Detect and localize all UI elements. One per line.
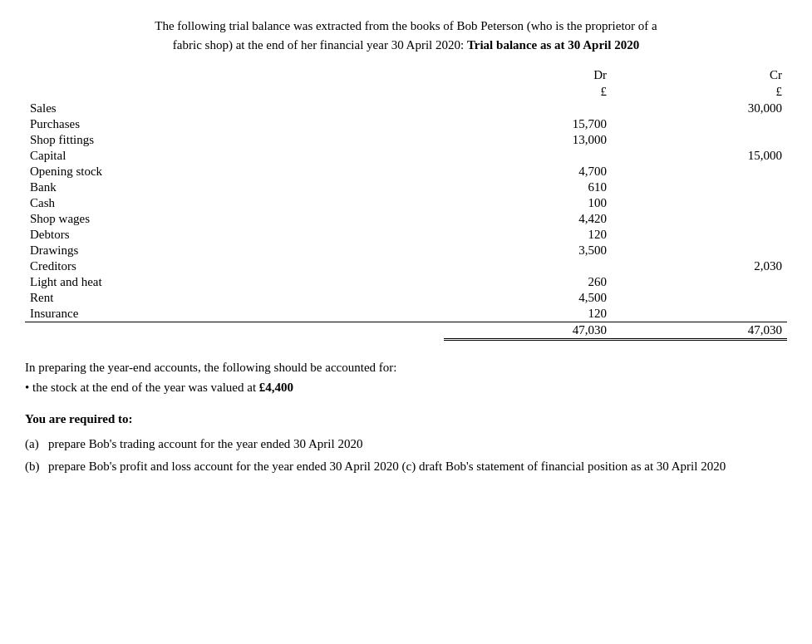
row-dr: 610: [444, 179, 612, 195]
row-label: Drawings: [25, 243, 444, 258]
row-dr: 120: [444, 306, 612, 322]
row-cr: [612, 227, 787, 243]
intro-line1: The following trial balance was extracte…: [155, 19, 657, 32]
row-cr: [612, 290, 787, 306]
row-dr: [444, 258, 612, 274]
table-row: Light and heat260: [25, 274, 787, 290]
row-cr: [612, 164, 787, 179]
req-item-label: (a): [25, 434, 42, 455]
row-dr: 15,700: [444, 116, 612, 132]
row-label: Cash: [25, 195, 444, 211]
row-cr: 30,000: [612, 101, 787, 116]
table-row: Capital15,000: [25, 148, 787, 164]
row-dr: 3,500: [444, 243, 612, 258]
row-label: Creditors: [25, 258, 444, 274]
row-cr: 15,000: [612, 148, 787, 164]
requirements-title: You are required to:: [25, 409, 787, 430]
row-label: Shop fittings: [25, 132, 444, 148]
row-dr: 120: [444, 227, 612, 243]
label-header: [25, 67, 444, 84]
requirements-section: You are required to: (a)prepare Bob's tr…: [25, 409, 787, 478]
row-cr: [612, 179, 787, 195]
row-dr: 4,420: [444, 211, 612, 227]
requirement-item: (b)prepare Bob's profit and loss account…: [25, 456, 787, 478]
row-label: Sales: [25, 101, 444, 116]
notes-section: In preparing the year-end accounts, the …: [25, 357, 787, 397]
table-row: Debtors120: [25, 227, 787, 243]
row-label: Shop wages: [25, 211, 444, 227]
table-row: Bank610: [25, 179, 787, 195]
table-row: Creditors2,030: [25, 258, 787, 274]
table-row: Shop wages4,420: [25, 211, 787, 227]
dr-header: Dr: [444, 67, 612, 84]
row-label: Capital: [25, 148, 444, 164]
stock-value: £4,400: [259, 381, 293, 394]
row-label: Debtors: [25, 227, 444, 243]
total-cr: 47,030: [612, 322, 787, 340]
notes-bullet: • the stock at the end of the year was v…: [25, 377, 787, 397]
table-row: Purchases15,700: [25, 116, 787, 132]
total-label: [25, 322, 444, 340]
row-cr: [612, 116, 787, 132]
row-dr: 4,500: [444, 290, 612, 306]
row-cr: [612, 195, 787, 211]
intro-line2: fabric shop) at the end of her financial…: [173, 38, 464, 52]
total-row: 47,03047,030: [25, 322, 787, 340]
row-dr: 260: [444, 274, 612, 290]
total-dr: 47,030: [444, 322, 612, 340]
req-item-text: prepare Bob's trading account for the ye…: [48, 434, 362, 455]
row-dr: 100: [444, 195, 612, 211]
row-cr: [612, 306, 787, 322]
intro-paragraph: The following trial balance was extracte…: [25, 17, 787, 54]
label-unit: [25, 84, 444, 101]
table-row: Rent4,500: [25, 290, 787, 306]
row-label: Insurance: [25, 306, 444, 322]
table-row: Insurance120: [25, 306, 787, 322]
requirement-item: (a)prepare Bob's trading account for the…: [25, 434, 787, 455]
row-label: Purchases: [25, 116, 444, 132]
notes-intro: In preparing the year-end accounts, the …: [25, 357, 787, 377]
row-label: Light and heat: [25, 274, 444, 290]
row-dr: 13,000: [444, 132, 612, 148]
table-row: Shop fittings13,000: [25, 132, 787, 148]
table-unit-row: £ £: [25, 84, 787, 101]
req-item-label: (b): [25, 456, 42, 478]
row-label: Rent: [25, 290, 444, 306]
cr-header: Cr: [612, 67, 787, 84]
row-label: Opening stock: [25, 164, 444, 179]
trial-balance-title: Trial balance as at 30 April 2020: [467, 38, 639, 52]
dr-unit: £: [444, 84, 612, 101]
row-dr: 4,700: [444, 164, 612, 179]
table-row: Cash100: [25, 195, 787, 211]
row-cr: [612, 211, 787, 227]
table-row: Sales30,000: [25, 101, 787, 116]
row-dr: [444, 101, 612, 116]
trial-balance-table: Dr Cr £ £ Sales30,000Purchases15,700Shop…: [25, 67, 787, 341]
row-cr: [612, 243, 787, 258]
table-header-row: Dr Cr: [25, 67, 787, 84]
row-label: Bank: [25, 179, 444, 195]
row-cr: 2,030: [612, 258, 787, 274]
row-cr: [612, 274, 787, 290]
table-row: Drawings3,500: [25, 243, 787, 258]
cr-unit: £: [612, 84, 787, 101]
row-cr: [612, 132, 787, 148]
req-item-text: prepare Bob's profit and loss account fo…: [48, 456, 726, 478]
table-row: Opening stock4,700: [25, 164, 787, 179]
row-dr: [444, 148, 612, 164]
